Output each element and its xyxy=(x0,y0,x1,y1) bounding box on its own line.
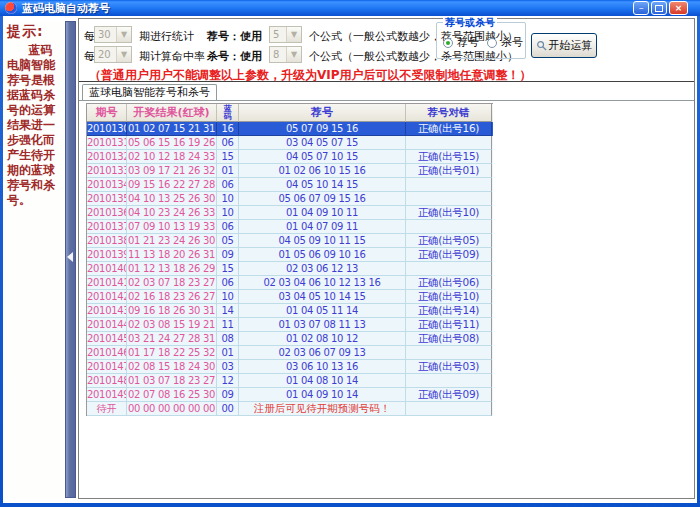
close-button[interactable]: × xyxy=(669,1,688,15)
cell-rec: 03 04 05 07 15 xyxy=(239,136,406,150)
table-row[interactable]: 201014902 07 08 16 25 300901 04 09 10 14… xyxy=(87,388,493,402)
cell-period: 2010147 xyxy=(87,360,127,374)
table-row[interactable]: 201013303 09 17 21 26 320101 02 06 10 15… xyxy=(87,164,493,178)
cell-blue: 16 xyxy=(217,122,239,136)
cell-blue: 06 xyxy=(217,136,239,150)
cell-result: 正确(出号15) xyxy=(406,150,492,164)
window-title: 蓝码电脑自动荐号 xyxy=(22,1,110,16)
cell-rec: 01 04 09 10 11 xyxy=(239,206,406,220)
run-button-label: 开始运算 xyxy=(549,38,593,53)
kill-formula-value: 8 xyxy=(273,49,279,60)
cell-blue: 00 xyxy=(217,402,239,416)
cell-blue: 06 xyxy=(217,276,239,290)
table-row[interactable]: 201013504 10 13 25 26 301005 06 07 09 15… xyxy=(87,192,493,206)
cell-result xyxy=(406,402,492,416)
table-row[interactable]: 201013202 10 12 18 24 331504 05 07 10 15… xyxy=(87,150,493,164)
minimize-button[interactable]: － xyxy=(633,1,649,15)
table-row[interactable]: 201013001 02 07 15 21 311605 07 09 15 16… xyxy=(87,122,493,136)
cell-period: 2010142 xyxy=(87,290,127,304)
radio-recommend[interactable] xyxy=(443,38,453,48)
table-row[interactable]: 201014402 03 08 15 19 211101 03 07 08 11… xyxy=(87,318,493,332)
cell-red: 01 17 18 22 25 32 xyxy=(127,346,217,360)
cell-red: 01 21 23 24 26 30 xyxy=(127,234,217,248)
radio-kill-label: 杀号 xyxy=(501,35,523,50)
cell-result: 正确(出号11) xyxy=(406,318,492,332)
tips-body: 蓝码电脑智能荐号是根据蓝码杀号的运算结果进一步强化而产生待开期的蓝球荐号和杀号。 xyxy=(7,43,63,208)
cell-result: 正确(出号10) xyxy=(406,206,492,220)
cell-result xyxy=(406,346,492,360)
cell-result: 正确(出号08) xyxy=(406,332,492,346)
cell-result xyxy=(406,192,492,206)
cell-rec: 04 05 07 10 15 xyxy=(239,150,406,164)
table-row[interactable]: 201013707 09 10 13 19 330601 04 07 09 11 xyxy=(87,220,493,234)
cell-red: 04 10 13 25 26 30 xyxy=(127,192,217,206)
dropdown-arrow-icon: ▼ xyxy=(286,27,301,42)
cell-rec: 04 05 10 14 15 xyxy=(239,178,406,192)
header-period: 期号 xyxy=(87,104,127,122)
cell-blue: 10 xyxy=(217,206,239,220)
table-row[interactable]: 201013105 06 15 16 19 260603 04 05 07 15 xyxy=(87,136,493,150)
restore-button[interactable] xyxy=(651,1,667,15)
restore-icon xyxy=(655,5,663,12)
table-row[interactable]: 201014202 16 18 23 26 271003 04 05 10 14… xyxy=(87,290,493,304)
table-row[interactable]: 201013604 10 23 24 26 331001 04 09 10 11… xyxy=(87,206,493,220)
cell-period: 待开 xyxy=(87,402,127,416)
cell-blue: 11 xyxy=(217,318,239,332)
cell-red: 02 03 07 18 23 27 xyxy=(127,276,217,290)
run-button[interactable]: 开始运算 xyxy=(531,33,597,58)
cell-rec: 01 04 08 10 14 xyxy=(239,374,406,388)
cell-result: 正确(出号06) xyxy=(406,276,492,290)
radio-kill[interactable] xyxy=(487,38,497,48)
tab-strip: 蓝球电脑智能荐号和杀号 xyxy=(79,83,694,101)
cell-period: 2010135 xyxy=(87,192,127,206)
row1-suffix-label: 期进行统计 xyxy=(139,29,194,44)
cell-red: 03 21 24 27 28 31 xyxy=(127,332,217,346)
window-titlebar: 蓝码电脑自动荐号 － × xyxy=(0,0,700,16)
table-row[interactable]: 201014601 17 18 22 25 320102 03 06 07 09… xyxy=(87,346,493,360)
table-body: 201013001 02 07 15 21 311605 07 09 15 16… xyxy=(87,122,493,416)
table-row[interactable]: 201013911 13 18 20 26 310901 05 06 09 10… xyxy=(87,248,493,262)
cell-red: 01 02 07 15 21 31 xyxy=(127,122,217,136)
table-header: 期号 开奖结果(红球) 蓝码 荐号 荐号对错 xyxy=(87,104,493,122)
stat-periods-select[interactable]: 30 ▼ xyxy=(94,26,132,43)
recommend-use-label: 荐号：使用 xyxy=(207,29,262,44)
table-row[interactable]: 待开00 00 00 00 00 0000注册后可见待开期预测号码！ xyxy=(87,402,493,416)
kill-formula-select[interactable]: 8 ▼ xyxy=(269,46,302,63)
table-row[interactable]: 201013409 15 16 22 27 280604 05 10 14 15 xyxy=(87,178,493,192)
cell-blue: 15 xyxy=(217,262,239,276)
hit-periods-value: 20 xyxy=(98,49,111,60)
cell-red: 02 08 15 18 24 30 xyxy=(127,360,217,374)
table-row[interactable]: 201014801 03 07 18 23 271201 04 08 10 14 xyxy=(87,374,493,388)
table-row[interactable]: 201014702 08 15 18 24 300303 06 10 13 16… xyxy=(87,360,493,374)
cell-red: 02 07 08 16 25 30 xyxy=(127,388,217,402)
cell-blue: 10 xyxy=(217,192,239,206)
cell-result: 正确(出号09) xyxy=(406,388,492,402)
cell-result: 正确(出号05) xyxy=(406,234,492,248)
table-row[interactable]: 201014001 12 13 18 26 291502 03 06 12 13 xyxy=(87,262,493,276)
table-row[interactable]: 201014503 21 24 27 28 310801 02 08 10 12… xyxy=(87,332,493,346)
cell-period: 2010132 xyxy=(87,150,127,164)
hit-periods-select[interactable]: 20 ▼ xyxy=(94,46,132,63)
cell-result xyxy=(406,262,492,276)
table-row[interactable]: 201013801 21 23 24 26 300504 05 09 10 11… xyxy=(87,234,493,248)
cell-period: 2010139 xyxy=(87,248,127,262)
table-row[interactable]: 201014102 03 07 18 23 270602 03 04 06 10… xyxy=(87,276,493,290)
header-red-balls: 开奖结果(红球) xyxy=(127,104,217,122)
cell-period: 2010140 xyxy=(87,262,127,276)
cell-blue: 06 xyxy=(217,178,239,192)
tab-blue-ball[interactable]: 蓝球电脑智能荐号和杀号 xyxy=(82,84,217,100)
cell-result xyxy=(406,374,492,388)
cell-result xyxy=(406,220,492,234)
app-window: 蓝码电脑自动荐号 － × 提示: 蓝码电脑智能荐号是根据蓝码杀号的运算结果进一步… xyxy=(0,0,700,507)
cell-red: 05 06 15 16 19 26 xyxy=(127,136,217,150)
dropdown-arrow-icon: ▼ xyxy=(116,27,131,42)
panel-splitter[interactable] xyxy=(65,21,76,498)
table-row[interactable]: 201014309 16 18 26 30 311401 04 05 11 14… xyxy=(87,304,493,318)
cell-red: 01 12 13 18 26 29 xyxy=(127,262,217,276)
collapse-arrow-icon[interactable] xyxy=(67,252,73,262)
cell-blue: 12 xyxy=(217,374,239,388)
cell-rec: 01 02 08 10 12 xyxy=(239,332,406,346)
cell-period: 2010138 xyxy=(87,234,127,248)
recommend-formula-select[interactable]: 5 ▼ xyxy=(269,26,302,43)
radio-recommend-label: 荐号 xyxy=(457,35,479,50)
